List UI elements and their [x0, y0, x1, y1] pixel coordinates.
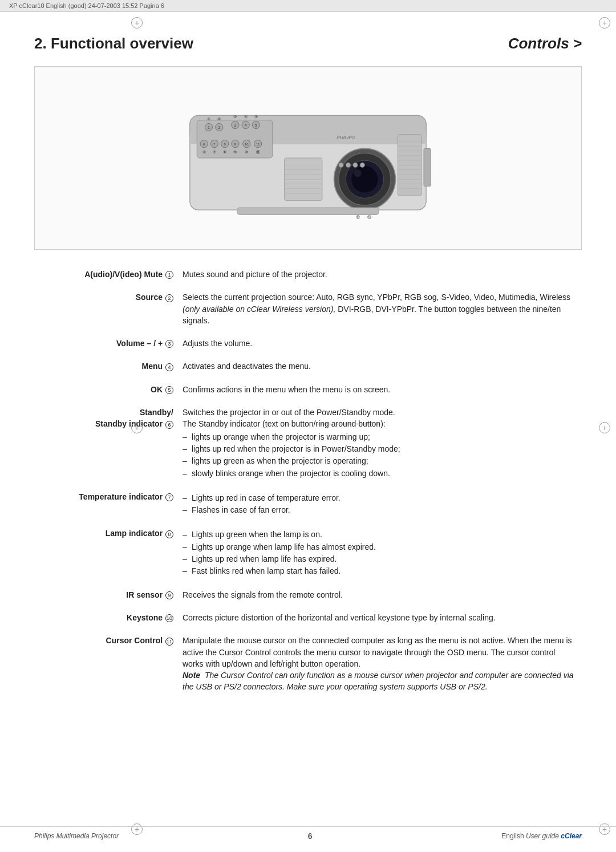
- reg-mark-top-left: [131, 17, 143, 29]
- label-volume: Volume – / + 3: [34, 335, 183, 352]
- header-text: XP cClear10 English (good) 24-07-2003 15…: [9, 2, 164, 9]
- label-menu: Menu 4: [34, 358, 183, 375]
- svg-text:⑥: ⑥: [202, 150, 206, 154]
- svg-rect-63: [237, 208, 379, 214]
- svg-text:⑫: ⑫: [356, 214, 360, 220]
- page-content: 2. Functional overview Controls > 1 2 3 …: [0, 12, 616, 719]
- svg-text:1: 1: [208, 125, 210, 129]
- control-row-menu: Menu 4 Activates and deactivates the men…: [34, 358, 582, 375]
- control-row-ir: IR sensor 9 Receives the signals from th…: [34, 586, 582, 603]
- label-ir: IR sensor 9: [34, 586, 183, 603]
- control-row-source: Source 2 Selects the current projection …: [34, 289, 582, 329]
- label-source: Source 2: [34, 289, 183, 329]
- desc-temp: Lights up red in case of temperature err…: [183, 488, 582, 520]
- page-number: 6: [308, 831, 313, 841]
- svg-text:6: 6: [203, 143, 205, 146]
- svg-text:①: ①: [207, 116, 210, 121]
- svg-text:10: 10: [245, 143, 248, 146]
- label-standby: Standby/ Standby indicator 6: [34, 404, 183, 482]
- footer-cclear: cClear: [561, 832, 582, 840]
- svg-text:②: ②: [217, 116, 221, 121]
- desc-source: Selects the current projection source: A…: [183, 289, 582, 329]
- svg-point-65: [346, 163, 350, 167]
- reg-mark-top-right: [599, 17, 610, 29]
- desc-ir: Receives the signals from the remote con…: [183, 586, 582, 603]
- svg-text:⑨: ⑨: [233, 150, 237, 154]
- svg-text:7: 7: [213, 143, 215, 146]
- svg-text:③: ③: [233, 114, 237, 119]
- svg-text:PHILIPS: PHILIPS: [337, 135, 355, 140]
- footer-language: English: [501, 832, 524, 840]
- desc-menu: Activates and deactivates the menu.: [183, 358, 582, 375]
- header-bar: XP cClear10 English (good) 24-07-2003 15…: [0, 0, 616, 12]
- svg-text:⑪: ⑪: [256, 150, 260, 154]
- svg-text:⑩: ⑩: [245, 150, 248, 154]
- footer-right: English User guide cClear: [501, 832, 582, 840]
- svg-text:2: 2: [218, 125, 220, 129]
- page-subtitle: Controls >: [508, 35, 582, 52]
- label-lamp: Lamp indicator 8: [34, 525, 183, 580]
- svg-text:⑦: ⑦: [213, 150, 216, 154]
- svg-text:4: 4: [245, 123, 247, 127]
- footer: Philips Multimedia Projector 6 English U…: [0, 826, 616, 841]
- control-row-mute: A(udio)/V(ideo) Mute 1 Mutes sound and p…: [34, 266, 582, 283]
- desc-mute: Mutes sound and picture of the projector…: [183, 266, 582, 283]
- label-ok: OK 5: [34, 381, 183, 398]
- control-row-temp: Temperature indicator 7 Lights up red in…: [34, 488, 582, 520]
- projector-image-container: 1 2 3 4 5 6 7 8 9 10 11 ① ② ③: [34, 66, 582, 250]
- control-row-keystone: Keystone 10 Corrects picture distortion …: [34, 609, 582, 626]
- svg-text:⑤: ⑤: [254, 114, 258, 119]
- desc-ok: Confirms actions in the menu when the me…: [183, 381, 582, 398]
- svg-text:5: 5: [255, 123, 257, 127]
- control-row-volume: Volume – / + 3 Adjusts the volume.: [34, 335, 582, 352]
- svg-point-60: [351, 166, 378, 192]
- label-keystone: Keystone 10: [34, 609, 183, 626]
- svg-text:④: ④: [244, 114, 248, 119]
- control-row-standby: Standby/ Standby indicator 6 Switches th…: [34, 404, 582, 482]
- label-mute: A(udio)/V(ideo) Mute 1: [34, 266, 183, 283]
- reg-mark-mid-right: [599, 422, 610, 433]
- control-row-cursor: Cursor Control 11 Manipulate the mouse c…: [34, 632, 582, 695]
- control-row-ok: OK 5 Confirms actions in the menu when t…: [34, 381, 582, 398]
- svg-point-67: [360, 163, 364, 167]
- svg-text:9: 9: [234, 143, 236, 146]
- svg-text:11: 11: [256, 143, 260, 146]
- projector-diagram: 1 2 3 4 5 6 7 8 9 10 11 ① ② ③: [143, 78, 473, 238]
- svg-text:⑬: ⑬: [367, 214, 371, 220]
- desc-volume: Adjusts the volume.: [183, 335, 582, 352]
- page-title: 2. Functional overview: [34, 35, 193, 52]
- desc-keystone: Corrects picture distortion of the horiz…: [183, 609, 582, 626]
- svg-text:8: 8: [224, 143, 226, 146]
- svg-text:⑧: ⑧: [223, 150, 226, 154]
- control-row-lamp: Lamp indicator 8 Lights up green when th…: [34, 525, 582, 580]
- desc-standby: Switches the projector in or out of the …: [183, 404, 582, 482]
- footer-userguide: User guide: [524, 832, 561, 840]
- desc-cursor: Manipulate the mouse cursor on the conne…: [183, 632, 582, 695]
- desc-lamp: Lights up green when the lamp is on. Lig…: [183, 525, 582, 580]
- svg-point-64: [339, 163, 343, 167]
- label-cursor: Cursor Control 11: [34, 632, 183, 695]
- svg-text:3: 3: [234, 123, 237, 127]
- label-temp: Temperature indicator 7: [34, 488, 183, 520]
- svg-rect-70: [424, 148, 431, 186]
- footer-brand: Philips Multimedia Projector: [34, 832, 119, 840]
- controls-table: A(udio)/V(ideo) Mute 1 Mutes sound and p…: [34, 266, 582, 696]
- title-row: 2. Functional overview Controls >: [34, 35, 582, 52]
- svg-point-61: [354, 169, 361, 177]
- svg-point-66: [353, 163, 358, 167]
- reg-mark-mid-left: [131, 422, 143, 433]
